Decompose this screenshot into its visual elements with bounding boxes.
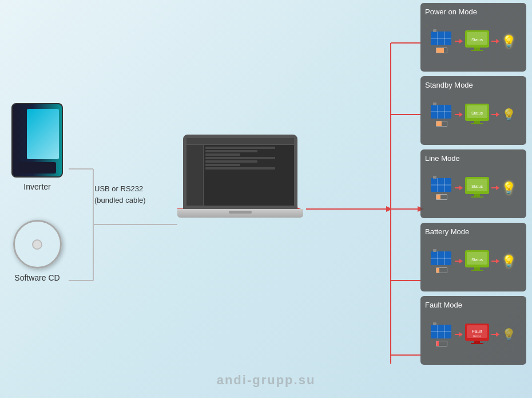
solar-icon-wrapper-2 xyxy=(431,103,452,127)
arrow-right-7 xyxy=(455,259,463,263)
arrow-right-10 xyxy=(491,332,499,337)
monitor-icon-wrapper: Status xyxy=(465,30,489,52)
svg-rect-19 xyxy=(433,29,436,32)
inverter-device: Inverter xyxy=(11,103,63,191)
svg-rect-44 xyxy=(471,196,483,198)
mode-content-fault: Fault Error 💡 xyxy=(425,313,522,356)
arrow-right-3 xyxy=(455,112,463,117)
screen-row-2 xyxy=(205,150,257,152)
mode-icons-battery: Status 💡 xyxy=(428,244,518,278)
mode-content-battery: Status 💡 xyxy=(425,239,522,282)
svg-rect-49 xyxy=(433,249,436,252)
cd-visual xyxy=(13,220,62,269)
solar-panel-icon-3 xyxy=(431,176,452,193)
svg-text:Status: Status xyxy=(471,38,483,42)
screen-ui-content xyxy=(186,145,294,206)
arrow-right-1 xyxy=(455,39,463,44)
mode-content-power-on: Status 💡 xyxy=(425,19,522,62)
battery-icon-2 xyxy=(436,121,447,127)
mode-panel-power-on: Power on Mode xyxy=(420,3,526,72)
solar-panel-icon-4 xyxy=(431,249,452,266)
monitor-icon-wrapper-5: Fault Error xyxy=(465,324,489,345)
mode-panel-standby: Standby Mode xyxy=(420,76,526,145)
mode-content-standby: Status 💡 xyxy=(425,93,522,136)
solar-icon-wrapper xyxy=(431,29,452,53)
svg-rect-65 xyxy=(471,343,483,344)
inverter-panel xyxy=(21,163,53,172)
screen-row-7 xyxy=(205,167,275,170)
svg-rect-23 xyxy=(474,48,480,50)
svg-rect-29 xyxy=(433,103,436,105)
mode-title-standby: Standby Mode xyxy=(425,81,522,89)
arrow-right-4 xyxy=(491,112,499,117)
solar-icon-wrapper-3 xyxy=(431,176,452,200)
mode-title-line: Line Mode xyxy=(425,154,522,163)
panel-dot-2 xyxy=(36,167,38,169)
screen-row-4 xyxy=(205,157,275,159)
arrow-right-5 xyxy=(455,186,463,190)
arrow-right-2 xyxy=(491,39,499,44)
left-section: Inverter Software CD xyxy=(11,103,63,282)
bulb-icon-fault: 💡 xyxy=(502,328,516,341)
cd-center xyxy=(32,239,42,250)
laptop-screen xyxy=(183,135,297,209)
battery-icon-4 xyxy=(436,267,447,273)
svg-rect-59 xyxy=(433,322,436,325)
svg-rect-43 xyxy=(474,194,480,196)
screen-row-6 xyxy=(205,164,240,166)
mode-title-fault: Fault Mode xyxy=(425,301,522,309)
software-cd: Software CD xyxy=(13,220,62,282)
svg-rect-64 xyxy=(474,341,480,343)
arrow-right-9 xyxy=(455,332,463,337)
laptop-base xyxy=(177,209,303,218)
cd-label: Software CD xyxy=(14,273,59,282)
svg-rect-34 xyxy=(471,123,483,124)
usb-connection-label: USB or RS232 (bundled cable) xyxy=(94,183,146,206)
monitor-icon-fault: Fault Error xyxy=(465,324,489,345)
main-container: Inverter Software CD USB or RS232 (bundl… xyxy=(0,0,532,398)
mode-panel-fault: Fault Mode xyxy=(420,296,526,365)
svg-text:Status: Status xyxy=(471,111,483,115)
bulb-icon-2: 💡 xyxy=(502,181,516,195)
usb-line2: (bundled cable) xyxy=(94,195,146,206)
mode-icons-standby: Status 💡 xyxy=(428,97,518,132)
arrow-right-8 xyxy=(491,259,499,263)
screen-row-3 xyxy=(205,153,240,156)
monitor-icon-2: Status xyxy=(465,104,489,125)
mode-panel-battery: Battery Mode xyxy=(420,223,526,291)
battery-icon xyxy=(436,48,447,53)
bulb-icon-3: 💡 xyxy=(502,254,516,268)
svg-text:Error: Error xyxy=(473,334,481,338)
svg-rect-54 xyxy=(471,270,483,271)
mode-icons-line: Status 💡 xyxy=(428,171,518,205)
svg-text:Fault: Fault xyxy=(472,329,483,334)
svg-rect-24 xyxy=(471,50,483,51)
solar-icon-wrapper-5 xyxy=(431,322,452,346)
mode-panel-line: Line Mode xyxy=(420,149,526,218)
solar-icon-wrapper-4 xyxy=(431,249,452,273)
screen-ui-main xyxy=(204,145,294,206)
svg-marker-7 xyxy=(386,206,392,212)
arrow-right-6 xyxy=(491,186,499,190)
panel-dot-3 xyxy=(40,167,42,169)
screen-row-1 xyxy=(205,147,275,149)
inverter-label: Inverter xyxy=(23,182,50,191)
battery-icon-3 xyxy=(436,194,447,200)
svg-rect-33 xyxy=(474,121,480,123)
mode-icons-fault: Fault Error 💡 xyxy=(428,317,518,352)
mode-title-power-on: Power on Mode xyxy=(425,7,522,16)
inverter-body xyxy=(11,103,63,178)
solar-panel-icon-2 xyxy=(431,103,452,120)
modes-section: Power on Mode xyxy=(420,3,526,365)
laptop xyxy=(177,135,303,226)
solar-panel-icon xyxy=(431,29,452,46)
screen-ui xyxy=(186,138,294,206)
monitor-icon-3: Status xyxy=(465,177,489,199)
svg-text:Status: Status xyxy=(471,258,483,262)
monitor-icon-4: Status xyxy=(465,250,489,272)
bulb-icon-dim: 💡 xyxy=(502,108,516,121)
screen-ui-sidebar xyxy=(186,145,204,206)
screen-ui-bar xyxy=(186,138,294,145)
usb-line1: USB or RS232 xyxy=(94,183,146,195)
monitor-icon-wrapper-4: Status xyxy=(465,250,489,272)
